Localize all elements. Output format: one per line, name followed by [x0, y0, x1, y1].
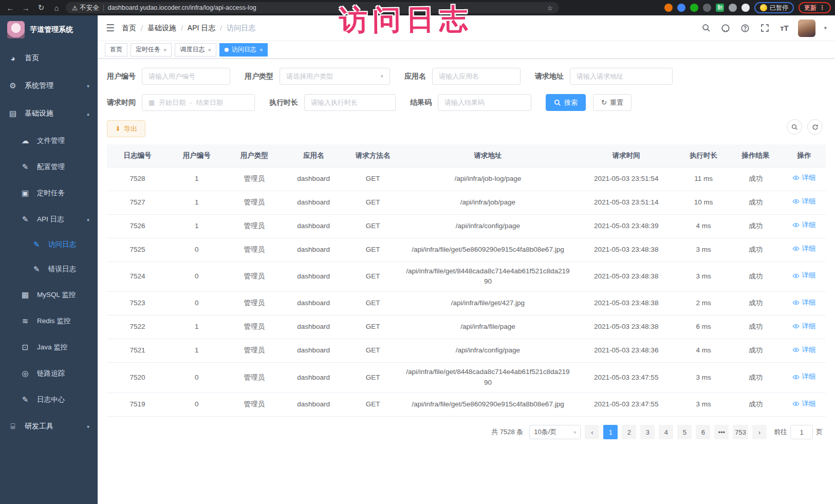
detail-link[interactable]: 详细 — [792, 173, 815, 183]
menu-item-label: 研发工具 — [25, 422, 53, 431]
sidebar-menu-item[interactable]: ▤ 基础设施 ▴ — [0, 100, 98, 127]
goto-page-input[interactable] — [790, 425, 813, 439]
detail-link[interactable]: 详细 — [792, 345, 815, 356]
browser-forward-button[interactable]: → — [20, 2, 32, 14]
sidebar-menu-item[interactable]: ✎ 访问日志 — [0, 232, 98, 257]
tab[interactable]: 调度日志 × — [175, 43, 216, 57]
tab[interactable]: 定时任务 × — [131, 43, 172, 57]
extension-icon-orange[interactable] — [664, 4, 673, 12]
export-button[interactable]: ⬇ 导出 — [107, 120, 145, 137]
security-warning[interactable]: ⚠ 不安全 — [72, 4, 99, 12]
detail-link[interactable]: 详细 — [792, 196, 815, 207]
sidebar-menu-item[interactable]: ☁ 文件管理 — [0, 127, 98, 154]
tab[interactable]: 首页 — [105, 43, 127, 57]
user-id-input[interactable] — [142, 68, 230, 85]
date-range-picker[interactable]: ▦ 开始日期 - 结束日期 — [142, 94, 255, 111]
help-icon[interactable] — [739, 23, 751, 34]
extension-icon-blue-shield[interactable] — [677, 4, 685, 12]
sidebar-menu-item[interactable]: ◎ 链路追踪 — [0, 360, 98, 386]
update-button[interactable]: 更新 ⋮ — [799, 2, 831, 13]
chevron-down-icon: ▾ — [573, 430, 576, 435]
next-page-button[interactable]: › — [752, 425, 767, 439]
page-number-button[interactable]: 1 — [603, 425, 618, 439]
hamburger-icon[interactable]: ☰ — [106, 22, 115, 34]
download-icon: ⬇ — [115, 125, 121, 133]
chevron-icon: ▾ — [87, 424, 89, 430]
duration-input[interactable] — [304, 94, 396, 111]
translate-extension-icon[interactable]: 翻 — [716, 4, 724, 12]
page-number-button[interactable]: 6 — [696, 425, 710, 439]
breadcrumb-api-log[interactable]: API 日志 — [188, 24, 215, 33]
page-number-button[interactable]: 4 — [659, 425, 673, 439]
sidebar-menu-item[interactable]: ◕ 首页 — [0, 44, 98, 72]
paused-badge[interactable]: 已暂停 — [754, 2, 794, 13]
page-number-button[interactable]: ••• — [714, 425, 729, 439]
breadcrumb-infra[interactable]: 基础设施 — [147, 24, 176, 33]
detail-link[interactable]: 详细 — [792, 220, 815, 231]
request-url-input[interactable] — [570, 68, 673, 85]
user-avatar[interactable] — [798, 20, 815, 37]
extensions-puzzle-icon[interactable] — [741, 4, 750, 12]
github-icon[interactable] — [720, 23, 731, 34]
page-number-button[interactable]: 5 — [677, 425, 692, 439]
search-icon[interactable] — [700, 23, 712, 34]
bookmark-star-icon[interactable]: ☆ — [547, 4, 553, 12]
detail-link[interactable]: 详细 — [792, 371, 815, 382]
cell-log-id: 7528 — [107, 167, 168, 191]
cell-app-name: dashboard — [283, 191, 344, 214]
sidebar-menu-item[interactable]: ▣ 定时任务 — [0, 180, 98, 206]
reset-button[interactable]: ↻ 重置 — [593, 94, 632, 111]
cell-user-id: 0 — [168, 238, 226, 262]
refresh-table-button[interactable] — [807, 119, 823, 135]
page-number-button[interactable]: 3 — [640, 425, 655, 439]
sidebar-menu-item[interactable]: ⌸ 研发工具 ▾ — [0, 413, 98, 440]
range-separator: - — [190, 99, 192, 106]
breadcrumb-home[interactable]: 首页 — [122, 24, 136, 33]
page-number-button[interactable]: 753 — [733, 425, 748, 439]
browser-back-button[interactable]: ← — [4, 2, 16, 14]
detail-link[interactable]: 详细 — [792, 270, 815, 281]
sidebar-menu-item[interactable]: ⊡ Java 监控 — [0, 334, 98, 360]
sidebar-menu-item[interactable]: ⚙ 系统管理 ▾ — [0, 72, 98, 100]
search-button[interactable]: 搜索 — [546, 94, 586, 111]
browser-reload-button[interactable]: ↻ — [35, 2, 47, 14]
page-size-select[interactable]: 10条/页 ▾ — [529, 425, 581, 439]
fullscreen-icon[interactable] — [759, 23, 770, 34]
table-header-row: 日志编号 用户编号 用户类型 应用名 请求方法名 请求地址 请求时间 执行时长 … — [107, 144, 826, 167]
sidebar-menu-item[interactable]: ▦ MySQL 监控 — [0, 282, 98, 308]
cell-app-name: dashboard — [283, 339, 344, 363]
result-code-input[interactable] — [438, 94, 531, 111]
cell-app-name: dashboard — [283, 292, 344, 315]
toggle-search-button[interactable] — [787, 119, 802, 135]
sidebar-menu-item[interactable]: ✎ 配置管理 — [0, 154, 98, 180]
menu-item-icon: ◕ — [8, 54, 17, 63]
sidebar-menu-item[interactable]: ✎ API 日志 ▴ — [0, 206, 98, 232]
user-type-select[interactable]: 请选择用户类型 ▾ — [280, 68, 390, 85]
font-size-icon[interactable]: ᴛT — [778, 23, 790, 34]
sidebar-menu-item[interactable]: ≋ Redis 监控 — [0, 308, 98, 334]
extension-icon-puzzle[interactable] — [703, 4, 711, 12]
close-icon[interactable]: × — [163, 47, 166, 53]
extension-icon-green[interactable] — [690, 4, 698, 12]
sidebar-logo[interactable]: 芋道管理系统 — [0, 15, 98, 44]
app-name-input[interactable] — [432, 68, 521, 85]
detail-link[interactable]: 详细 — [792, 244, 815, 254]
sidebar-menu-item[interactable]: ✎ 错误日志 — [0, 257, 98, 282]
close-icon[interactable]: × — [259, 47, 263, 53]
detail-link[interactable]: 详细 — [792, 399, 815, 409]
detail-link[interactable]: 详细 — [792, 297, 815, 308]
detail-link[interactable]: 详细 — [792, 321, 815, 332]
sidebar-menu-item[interactable]: ✎ 日志中心 — [0, 386, 98, 413]
close-icon[interactable]: × — [208, 47, 211, 53]
user-menu-caret-icon[interactable]: ▾ — [824, 25, 827, 31]
cell-result: 成功 — [729, 339, 783, 363]
extension-icon-gray[interactable] — [729, 4, 737, 12]
prev-page-button[interactable]: ‹ — [585, 425, 599, 439]
browser-home-button[interactable]: ⌂ — [50, 2, 63, 14]
page-number-button[interactable]: 2 — [622, 425, 636, 439]
tab[interactable]: 访问日志 × — [219, 43, 268, 57]
browser-menu-icon[interactable]: ⋮ — [819, 4, 825, 11]
user-id-label: 用户编号 — [107, 72, 136, 81]
address-bar[interactable]: ⚠ 不安全 dashboard.yudao.iocoder.cn/infra/l… — [66, 2, 559, 13]
cell-duration: 11 ms — [678, 167, 729, 191]
